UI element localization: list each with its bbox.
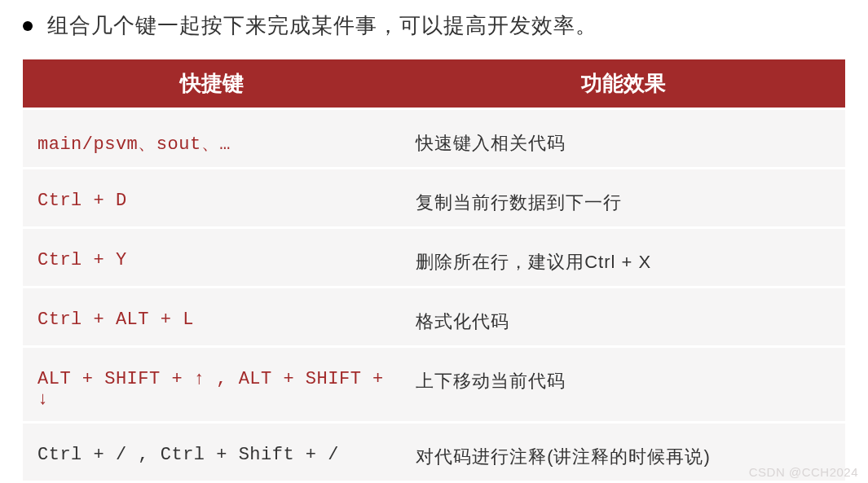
- func-cell: 上下移动当前代码: [401, 348, 845, 421]
- key-cell: main/psvm、sout、…: [23, 110, 401, 167]
- func-cell: 格式化代码: [401, 288, 845, 345]
- header-func: 功能效果: [401, 59, 845, 108]
- func-cell: 快速键入相关代码: [401, 110, 845, 167]
- table-row: Ctrl + ALT + L 格式化代码: [23, 288, 845, 348]
- table-row: Ctrl + Y 删除所在行，建议用Ctrl + X: [23, 229, 845, 288]
- func-cell: 删除所在行，建议用Ctrl + X: [401, 229, 845, 286]
- table-row: main/psvm、sout、… 快速键入相关代码: [23, 110, 845, 169]
- intro-line: 组合几个键一起按下来完成某件事，可以提高开发效率。: [0, 8, 868, 59]
- table-row: ALT + SHIFT + ↑ , ALT + SHIFT + ↓ 上下移动当前…: [23, 348, 845, 424]
- table-row: Ctrl + / , Ctrl + Shift + / 对代码进行注释(讲注释的…: [23, 424, 845, 483]
- intro-text: 组合几个键一起按下来完成某件事，可以提高开发效率。: [47, 11, 597, 40]
- watermark: CSDN @CCH2024: [749, 465, 858, 479]
- func-cell: 复制当前行数据到下一行: [401, 169, 845, 226]
- table-header: 快捷键 功能效果: [23, 59, 845, 108]
- bullet-icon: [23, 21, 33, 31]
- key-cell: Ctrl + D: [23, 169, 401, 226]
- table-row: Ctrl + D 复制当前行数据到下一行: [23, 169, 845, 229]
- header-key: 快捷键: [23, 59, 401, 108]
- key-cell: Ctrl + ALT + L: [23, 288, 401, 345]
- key-cell: Ctrl + / , Ctrl + Shift + /: [23, 424, 401, 481]
- key-cell: ALT + SHIFT + ↑ , ALT + SHIFT + ↓: [23, 348, 401, 421]
- table-body: main/psvm、sout、… 快速键入相关代码 Ctrl + D 复制当前行…: [23, 110, 845, 483]
- shortcut-table: 快捷键 功能效果 main/psvm、sout、… 快速键入相关代码 Ctrl …: [23, 59, 845, 483]
- key-cell: Ctrl + Y: [23, 229, 401, 286]
